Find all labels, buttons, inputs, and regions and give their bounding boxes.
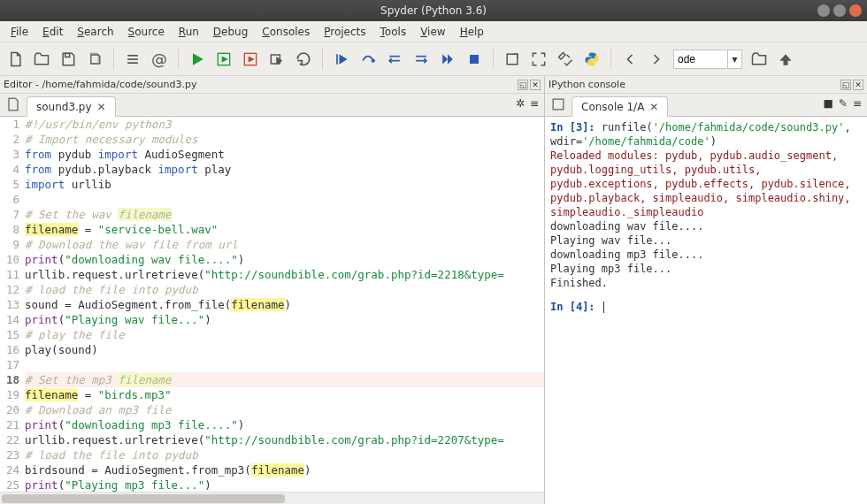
run-cell-advance-icon[interactable] (241, 50, 260, 69)
menu-projects[interactable]: Projects (318, 24, 371, 40)
debug-step-icon[interactable] (332, 50, 351, 69)
console-output: downloading wav file....Playing wav file… (550, 219, 862, 290)
console-undock-icon[interactable]: ◱ (840, 80, 851, 90)
ipython-console[interactable]: In [3]: runfile('/home/fahmida/code/soun… (545, 117, 867, 504)
editor-horizontal-scrollbar[interactable] (0, 492, 544, 504)
window-minimize-button[interactable] (817, 4, 830, 17)
menu-view[interactable]: View (415, 24, 450, 40)
console-cursor (603, 302, 604, 313)
run-icon[interactable] (188, 50, 207, 69)
preferences-icon[interactable] (556, 50, 575, 69)
menu-help[interactable]: Help (455, 24, 489, 40)
code-line[interactable]: 9# Download the wav file from url (0, 237, 544, 252)
code-line[interactable]: 22urllib.request.urlretrieve("http://sou… (0, 432, 544, 447)
rerun-icon[interactable] (294, 50, 313, 69)
code-line[interactable]: 4from pydub.playback import play (0, 162, 544, 177)
parent-dir-icon[interactable] (776, 50, 795, 69)
menu-run[interactable]: Run (173, 24, 204, 40)
code-line[interactable]: 6 (0, 192, 544, 207)
code-line[interactable]: 12# load the file into pydub (0, 282, 544, 297)
editor-tab[interactable]: sound3.py ✕ (27, 96, 116, 117)
svg-rect-21 (507, 54, 518, 65)
chevron-down-icon[interactable]: ▾ (727, 50, 741, 68)
svg-marker-4 (193, 53, 203, 65)
code-line[interactable]: 5import urllib (0, 177, 544, 192)
console-close-pane-icon[interactable]: ✕ (853, 80, 863, 90)
code-line[interactable]: 16play(sound) (0, 342, 544, 357)
code-line[interactable]: 18# Set the mp3 filename (0, 372, 544, 387)
menu-file[interactable]: File (5, 24, 34, 40)
code-line[interactable]: 2# Import necessary modules (0, 132, 544, 147)
console-path: '/home/fahmida/code' (582, 135, 710, 148)
editor-undock-icon[interactable]: ◱ (518, 80, 528, 90)
console-browser-icon[interactable] (549, 95, 568, 114)
close-tab-icon[interactable]: ✕ (97, 101, 106, 113)
console-tab[interactable]: Console 1/A ✕ (572, 96, 668, 117)
debug-step-out-icon[interactable] (411, 50, 431, 69)
reloaded-modules: Reloaded modules: pydub, pydub.audio_seg… (550, 149, 862, 219)
menu-tools[interactable]: Tools (375, 24, 412, 40)
open-file-icon[interactable] (32, 50, 51, 69)
window-maximize-button[interactable] (833, 4, 846, 17)
code-line[interactable]: 24birdsound = AudioSegment.from_mp3(file… (0, 462, 544, 477)
code-line[interactable]: 15# play the file (0, 327, 544, 342)
save-icon[interactable] (58, 50, 78, 69)
code-line[interactable]: 13sound = AudioSegment.from_file(filenam… (0, 297, 544, 312)
code-line[interactable]: 1#!/usr/bin/env python3 (0, 117, 544, 132)
back-icon[interactable] (620, 50, 640, 69)
code-line[interactable]: 10print("downloading wav file....") (0, 252, 544, 267)
code-line[interactable]: 7# Set the wav filename (0, 207, 544, 222)
menu-consoles[interactable]: Consoles (257, 24, 315, 40)
maximize-pane-icon[interactable] (503, 50, 522, 69)
console-clear-icon[interactable]: ✎ (839, 97, 848, 110)
code-line[interactable]: 8filename = "service-bell.wav" (0, 222, 544, 237)
debug-continue-icon[interactable] (438, 50, 457, 69)
working-dir-combo[interactable]: ▾ (673, 50, 742, 69)
debug-step-into-icon[interactable] (385, 50, 404, 69)
menu-source[interactable]: Source (123, 24, 170, 40)
forward-icon[interactable] (647, 50, 666, 69)
menu-search[interactable]: Search (72, 24, 119, 40)
code-line[interactable]: 19filename = "birds.mp3" (0, 387, 544, 402)
editor-pane: Editor - /home/fahmida/code/sound3.py ◱ … (0, 76, 545, 504)
code-line[interactable]: 17 (0, 357, 544, 372)
list-icon[interactable] (123, 50, 142, 69)
editor-pane-header: Editor - /home/fahmida/code/sound3.py ◱ … (0, 76, 544, 94)
menu-debug[interactable]: Debug (208, 24, 253, 40)
code-line[interactable]: 25print("Playing mp3 file...") (0, 477, 544, 492)
run-selection-icon[interactable] (267, 50, 287, 69)
browse-dir-icon[interactable] (749, 50, 769, 69)
at-symbol-icon[interactable]: @ (150, 50, 169, 69)
svg-rect-23 (553, 99, 564, 110)
editor-tab-label: sound3.py (36, 101, 92, 113)
editor-options-gear-icon[interactable]: ✲ (516, 97, 525, 110)
editor-menu-icon[interactable]: ≡ (530, 97, 539, 110)
save-all-icon[interactable] (85, 50, 104, 69)
code-line[interactable]: 14print("Playing wav file...") (0, 312, 544, 327)
python-path-icon[interactable] (582, 50, 602, 69)
code-editor[interactable]: 1#!/usr/bin/env python32# Import necessa… (0, 117, 544, 492)
file-browser-icon[interactable] (4, 95, 23, 114)
run-cell-icon[interactable] (214, 50, 234, 69)
debug-stop-icon[interactable] (464, 50, 484, 69)
console-text: ) (710, 135, 717, 148)
code-line[interactable]: 23# load the file into pydub (0, 447, 544, 462)
menu-edit[interactable]: Edit (37, 24, 68, 40)
svg-point-13 (372, 59, 375, 62)
code-line[interactable]: 21print("downloading mp3 file....") (0, 417, 544, 432)
console-options-icon[interactable]: ≡ (853, 97, 862, 110)
svg-rect-20 (470, 55, 479, 64)
editor-close-pane-icon[interactable]: ✕ (530, 80, 541, 90)
new-file-icon[interactable] (5, 50, 25, 69)
debug-step-over-icon[interactable] (358, 50, 378, 69)
code-line[interactable]: 11urllib.request.urlretrieve("http://sou… (0, 267, 544, 282)
code-line[interactable]: 3from pydub import AudioSegment (0, 147, 544, 162)
console-tabs: Console 1/A ✕ ■ ✎ ≡ (545, 94, 867, 117)
fullscreen-icon[interactable] (529, 50, 549, 69)
working-dir-input[interactable] (674, 50, 727, 68)
code-line[interactable]: 20# Download an mp3 file (0, 402, 544, 417)
svg-marker-12 (340, 55, 346, 62)
window-close-button[interactable] (849, 4, 862, 17)
close-console-tab-icon[interactable]: ✕ (649, 101, 658, 113)
console-stop-icon[interactable]: ■ (824, 97, 833, 110)
